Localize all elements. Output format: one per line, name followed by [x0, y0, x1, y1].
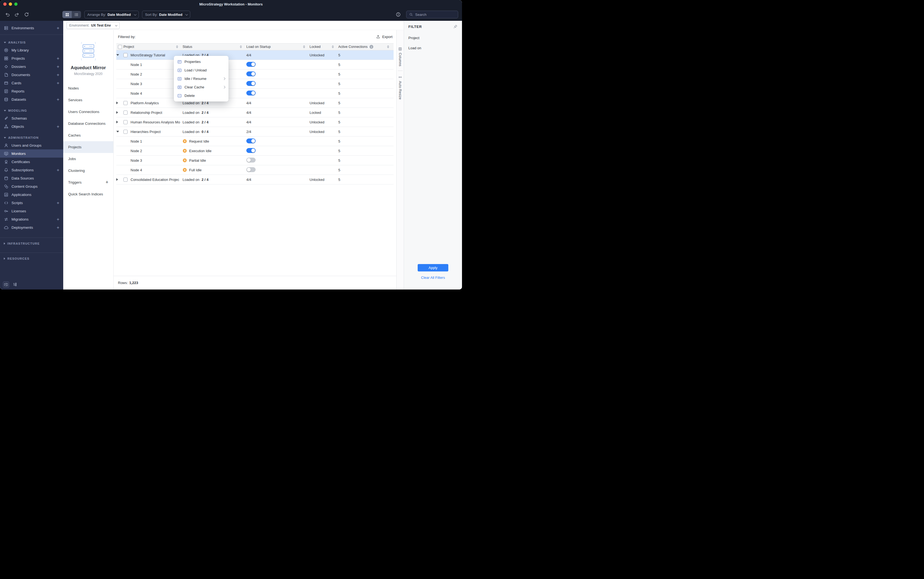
add-icon[interactable]: + — [57, 225, 59, 230]
sidebar-item-migrations[interactable]: Migrations + — [0, 215, 63, 223]
clear-all-filters-link[interactable]: Clear All Filters — [404, 276, 462, 280]
table-row[interactable]: Relationship Project Loaded on2 / 4 4/4 … — [116, 108, 394, 118]
table-row[interactable]: MicroStrategy Tutorial Loaded on2 / 4 4/… — [116, 50, 394, 60]
sidebar-item-content-groups[interactable]: Content Groups — [0, 182, 63, 190]
sort-icon[interactable] — [387, 46, 389, 48]
sort-by-dropdown[interactable]: Sort By: Date Modified — [142, 11, 190, 18]
sidebar-item-users-and-groups[interactable]: Users and Groups — [0, 141, 63, 149]
sidebar-item-datasets[interactable]: Datasets + — [0, 95, 63, 103]
sidebar-item-licenses[interactable]: Licenses — [0, 207, 63, 215]
sidebar-item-deployments[interactable]: Deployments + — [0, 223, 63, 232]
load-on-startup-toggle[interactable] — [246, 158, 256, 162]
row-checkbox[interactable] — [123, 111, 128, 114]
section-header-modeling[interactable]: MODELING — [0, 107, 63, 114]
table-row[interactable]: Node 1 Request Idle 5 — [116, 137, 394, 146]
add-icon[interactable]: + — [57, 217, 59, 222]
detail-view-button[interactable] — [3, 282, 9, 287]
export-button[interactable]: Export — [376, 35, 392, 39]
section-header-resources[interactable]: RESOURCES — [0, 255, 63, 262]
sidebar-item-schemas[interactable]: Schemas — [0, 114, 63, 122]
row-checkbox[interactable] — [123, 53, 128, 57]
sort-icon[interactable] — [332, 46, 334, 48]
table-row[interactable]: Node 4 Full Idle 5 — [116, 165, 394, 175]
apply-button[interactable]: Apply — [418, 264, 448, 272]
table-row[interactable]: Node 1 5 — [116, 60, 394, 69]
add-icon[interactable]: + — [57, 26, 59, 30]
expand-icon[interactable] — [116, 111, 118, 114]
undo-button[interactable] — [4, 11, 11, 18]
entity-nav-quick-search-indices[interactable]: Quick Search Indices — [63, 188, 113, 200]
sidebar-item-subscriptions[interactable]: Subscriptions + — [0, 166, 63, 174]
sidebar-item-certificates[interactable]: Certificates — [0, 158, 63, 166]
grid-view-button[interactable] — [62, 11, 72, 18]
row-checkbox[interactable] — [123, 101, 128, 105]
load-on-startup-toggle[interactable] — [246, 167, 256, 172]
entity-nav-users-connections[interactable]: Users Connections — [63, 106, 113, 118]
expand-icon[interactable] — [116, 101, 118, 104]
row-checkbox[interactable] — [123, 178, 128, 182]
column-header-load-on-startup[interactable]: Load on Startup — [246, 44, 309, 50]
entity-nav-database-connections[interactable]: Database Connections — [63, 118, 113, 129]
table-row[interactable]: Platform Analytics Loaded on2 / 4 4/4 Un… — [116, 98, 394, 108]
sidebar-item-reports[interactable]: Reports — [0, 87, 63, 95]
select-all-checkbox[interactable] — [118, 45, 122, 49]
menu-item-properties[interactable]: Properties — [174, 57, 229, 66]
row-checkbox[interactable] — [123, 130, 128, 134]
add-icon[interactable]: + — [57, 201, 59, 205]
table-row[interactable]: Node 3 5 — [116, 79, 394, 89]
column-info-icon[interactable]: i — [370, 45, 373, 49]
sidebar-item-monitors[interactable]: Monitors — [0, 149, 63, 158]
entity-nav-services[interactable]: Services — [63, 94, 113, 106]
sidebar-item-applications[interactable]: Applications — [0, 190, 63, 199]
sort-icon[interactable] — [240, 46, 242, 48]
load-on-startup-toggle[interactable] — [246, 91, 256, 95]
sidebar-item-data-sources[interactable]: Data Sources — [0, 174, 63, 182]
entity-nav-nodes[interactable]: Nodes — [63, 82, 113, 94]
table-row[interactable]: Node 4 5 — [116, 89, 394, 98]
sort-icon[interactable] — [303, 46, 305, 48]
section-header-infrastructure[interactable]: INFRASTRUCTURE — [0, 240, 63, 247]
column-header-locked[interactable]: Locked — [309, 44, 338, 50]
add-icon[interactable]: + — [57, 72, 59, 77]
entity-nav-projects[interactable]: Projects — [63, 141, 113, 153]
tab-auto-resize[interactable]: Auto Resize — [398, 75, 402, 100]
menu-item-idle-resume[interactable]: Idle / Resume — [174, 74, 229, 83]
menu-item-delete[interactable]: Delete — [174, 92, 229, 100]
collapse-icon[interactable] — [116, 54, 119, 56]
column-header-status[interactable]: Status — [183, 44, 246, 50]
table-row[interactable]: Consolidated Education Projec Loaded on2… — [116, 175, 394, 185]
table-row[interactable]: Human Resources Analysis Mo Loaded on2 /… — [116, 118, 394, 127]
sidebar-item-scripts[interactable]: Scripts + — [0, 199, 63, 207]
add-icon[interactable]: + — [57, 81, 59, 85]
refresh-button[interactable] — [23, 11, 30, 18]
sidebar-item-cards[interactable]: Cards + — [0, 79, 63, 87]
load-on-startup-toggle[interactable] — [246, 139, 256, 143]
load-on-startup-toggle[interactable] — [246, 71, 256, 76]
table-row[interactable]: Node 2 5 — [116, 69, 394, 79]
sidebar-item-my-library[interactable]: My Library — [0, 46, 63, 54]
add-icon[interactable]: + — [57, 97, 59, 102]
arrange-by-dropdown[interactable]: Arrange By: Date Modified — [84, 11, 139, 18]
table-row[interactable]: Node 2 Execution Idle 5 — [116, 146, 394, 156]
sidebar-item-dossiers[interactable]: Dossiers + — [0, 62, 63, 70]
filter-field-load-on[interactable]: Load on — [408, 46, 458, 50]
redo-button[interactable] — [13, 11, 21, 18]
entity-nav-triggers[interactable]: Triggers+ — [63, 177, 113, 188]
table-row[interactable]: Node 3 Partial Idle 5 — [116, 156, 394, 165]
list-view-button[interactable] — [72, 11, 81, 18]
collapse-icon[interactable] — [116, 131, 119, 132]
table-row[interactable]: Hierarchies Project Loaded on0 / 4 2/4 U… — [116, 127, 394, 137]
entity-nav-clustering[interactable]: Clustering — [63, 165, 113, 177]
sidebar-item-environments[interactable]: Environments + — [0, 23, 63, 33]
search-input[interactable] — [415, 13, 455, 17]
add-icon[interactable]: + — [57, 168, 59, 172]
add-icon[interactable]: + — [105, 180, 108, 185]
add-icon[interactable]: + — [57, 64, 59, 69]
expand-icon[interactable] — [116, 178, 118, 181]
sort-icon[interactable] — [176, 46, 178, 48]
row-checkbox[interactable] — [123, 120, 128, 124]
environment-dropdown[interactable]: Environment: UX Test Env — [67, 22, 119, 29]
expand-icon[interactable] — [116, 121, 118, 123]
menu-item-clear-cache[interactable]: Clear Cache — [174, 83, 229, 92]
column-header-project[interactable]: Project — [123, 44, 183, 50]
